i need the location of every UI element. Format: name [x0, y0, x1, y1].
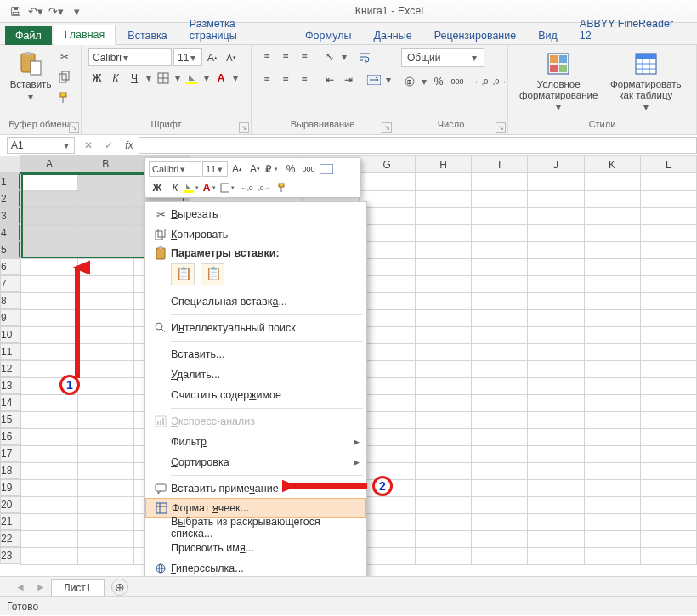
- cell-J23[interactable]: [528, 547, 584, 564]
- cell-G17[interactable]: [359, 445, 415, 462]
- align-right-icon[interactable]: ≡: [296, 71, 313, 88]
- cell-B5[interactable]: [77, 241, 133, 258]
- paste-button[interactable]: Вставить ▾: [7, 48, 54, 102]
- orientation-icon[interactable]: ⤡: [321, 48, 338, 65]
- cell-L13[interactable]: [640, 377, 696, 394]
- align-center-icon[interactable]: ≡: [277, 71, 294, 88]
- cell-A5[interactable]: [21, 241, 77, 258]
- ctx-define-name[interactable]: Присвоить имя...: [145, 538, 366, 558]
- cell-A17[interactable]: [21, 445, 77, 462]
- cell-I18[interactable]: [472, 462, 528, 479]
- row-header-23[interactable]: 23: [0, 547, 20, 564]
- cell-J17[interactable]: [528, 445, 584, 462]
- cell-L14[interactable]: [640, 394, 696, 411]
- cell-K16[interactable]: [584, 428, 640, 445]
- cell-K13[interactable]: [584, 377, 640, 394]
- cell-L15[interactable]: [640, 411, 696, 428]
- cell-K21[interactable]: [584, 513, 640, 530]
- cell-I16[interactable]: [472, 428, 528, 445]
- cell-B19[interactable]: [77, 479, 133, 496]
- col-header-I[interactable]: I: [472, 156, 528, 173]
- cell-K2[interactable]: [584, 190, 640, 207]
- cell-J5[interactable]: [528, 241, 584, 258]
- cell-G3[interactable]: [359, 207, 415, 224]
- row-header-11[interactable]: 11: [0, 343, 20, 360]
- cell-A18[interactable]: [21, 462, 77, 479]
- col-header-L[interactable]: L: [640, 156, 696, 173]
- cell-I9[interactable]: [472, 309, 528, 326]
- align-top-icon[interactable]: ≡: [258, 48, 275, 65]
- align-bottom-icon[interactable]: ≡: [296, 48, 313, 65]
- cell-J6[interactable]: [528, 258, 584, 275]
- increase-indent-icon[interactable]: ⇥: [340, 71, 357, 88]
- cell-G7[interactable]: [359, 275, 415, 292]
- cell-H20[interactable]: [415, 496, 471, 513]
- mini-fill-color-icon[interactable]: ▾: [184, 180, 201, 195]
- cell-J10[interactable]: [528, 326, 584, 343]
- name-box[interactable]: A1▾: [7, 137, 75, 154]
- cell-H7[interactable]: [415, 275, 471, 292]
- cell-H21[interactable]: [415, 513, 471, 530]
- ctx-pick-from-list[interactable]: Выбрать из раскрывающегося списка...: [145, 517, 366, 538]
- cell-K7[interactable]: [584, 275, 640, 292]
- row-header-13[interactable]: 13: [0, 377, 20, 394]
- cell-J4[interactable]: [528, 224, 584, 241]
- cell-K12[interactable]: [584, 360, 640, 377]
- tab-data[interactable]: Данные: [364, 26, 422, 45]
- select-all-corner[interactable]: [0, 156, 21, 173]
- cell-A14[interactable]: [21, 394, 77, 411]
- paste-option-1[interactable]: [171, 263, 195, 285]
- cell-B21[interactable]: [77, 513, 133, 530]
- cell-H10[interactable]: [415, 326, 471, 343]
- format-painter-icon[interactable]: [56, 89, 73, 106]
- cell-H23[interactable]: [415, 547, 471, 564]
- row-header-12[interactable]: 12: [0, 360, 20, 377]
- alignment-dialog-launcher[interactable]: ↘: [382, 122, 392, 133]
- cell-I21[interactable]: [472, 513, 528, 530]
- mini-merge-icon[interactable]: [318, 161, 335, 177]
- decrease-decimal-icon[interactable]: ,0→: [491, 73, 508, 90]
- percent-icon[interactable]: %: [430, 73, 447, 90]
- comma-style-icon[interactable]: 000: [449, 73, 466, 90]
- cell-H13[interactable]: [415, 377, 471, 394]
- bold-button[interactable]: Ж: [88, 70, 105, 87]
- cell-G22[interactable]: [359, 530, 415, 547]
- cell-B17[interactable]: [77, 445, 133, 462]
- italic-button[interactable]: К: [107, 70, 124, 87]
- cell-I19[interactable]: [472, 479, 528, 496]
- mini-percent-icon[interactable]: %: [282, 161, 299, 177]
- font-name-select[interactable]: Calibri▾: [88, 48, 172, 66]
- ctx-filter[interactable]: Фильтр▶: [145, 432, 366, 452]
- format-as-table-button[interactable]: Форматировать как таблицу▾: [603, 48, 690, 113]
- tab-formulas[interactable]: Формулы: [295, 26, 361, 45]
- font-dialog-launcher[interactable]: ↘: [239, 122, 249, 133]
- cell-I13[interactable]: [472, 377, 528, 394]
- cell-K1[interactable]: [584, 173, 640, 191]
- cell-K4[interactable]: [584, 224, 640, 241]
- row-header-6[interactable]: 6: [0, 258, 20, 275]
- cell-J2[interactable]: [528, 190, 584, 207]
- cancel-formula-icon[interactable]: ✕: [78, 136, 99, 155]
- cell-G1[interactable]: [359, 173, 415, 191]
- row-header-15[interactable]: 15: [0, 411, 20, 428]
- cell-J7[interactable]: [528, 275, 584, 292]
- cell-J15[interactable]: [528, 411, 584, 428]
- cell-A22[interactable]: [21, 530, 77, 547]
- mini-decrease-font-icon[interactable]: A▾: [246, 161, 264, 177]
- cell-K10[interactable]: [584, 326, 640, 343]
- cell-L9[interactable]: [640, 309, 696, 326]
- cell-H22[interactable]: [415, 530, 471, 547]
- mini-increase-decimal-icon[interactable]: ←,0: [238, 180, 255, 195]
- cell-H8[interactable]: [415, 292, 471, 309]
- cell-J22[interactable]: [528, 530, 584, 547]
- cell-I2[interactable]: [472, 190, 528, 207]
- cell-L2[interactable]: [640, 190, 696, 207]
- cell-G21[interactable]: [359, 513, 415, 530]
- cell-H3[interactable]: [415, 207, 471, 224]
- cell-H16[interactable]: [415, 428, 471, 445]
- fill-color-icon[interactable]: [184, 70, 201, 87]
- cell-H12[interactable]: [415, 360, 471, 377]
- ctx-insert[interactable]: Вставить...: [145, 344, 366, 365]
- conditional-formatting-button[interactable]: Условное форматирование▾: [515, 48, 603, 113]
- cell-K6[interactable]: [584, 258, 640, 275]
